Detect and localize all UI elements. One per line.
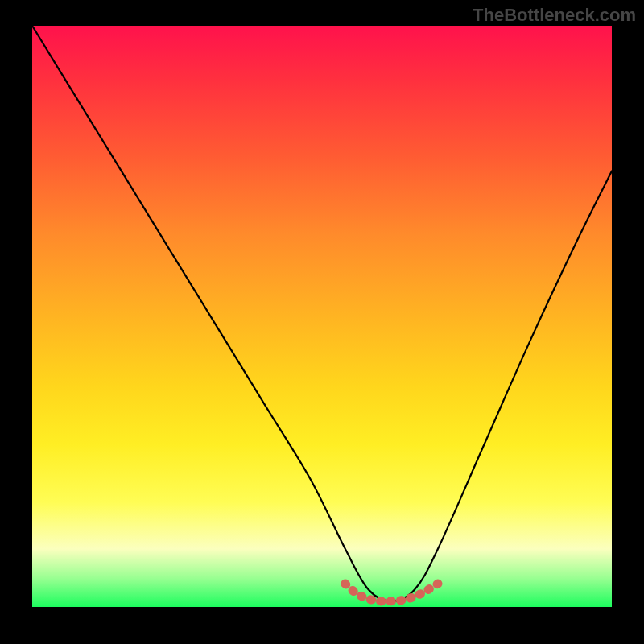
chart-container: TheBottleneck.com [0,0,644,644]
bottleneck-curve [32,26,612,601]
watermark-text: TheBottleneck.com [473,5,636,26]
plot-area [32,26,612,607]
optimal-range-marker [345,584,438,601]
chart-svg [32,26,612,607]
